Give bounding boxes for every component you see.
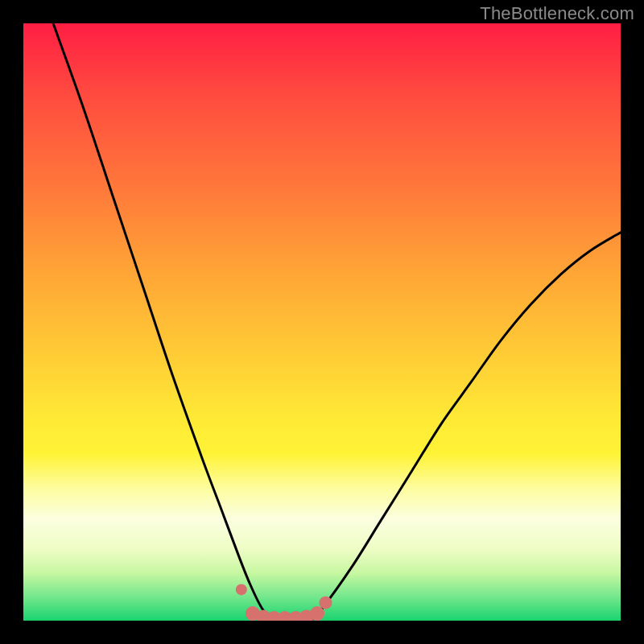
bottleneck-curve <box>53 23 621 621</box>
trough-marker-dot <box>236 584 247 595</box>
plot-svg <box>23 23 621 621</box>
trough-markers <box>236 584 332 621</box>
trough-marker-dot <box>310 606 324 621</box>
plot-area <box>23 23 621 621</box>
trough-marker-dot <box>320 597 332 609</box>
chart-frame: TheBottleneck.com <box>0 0 644 644</box>
attribution-text: TheBottleneck.com <box>480 3 634 24</box>
